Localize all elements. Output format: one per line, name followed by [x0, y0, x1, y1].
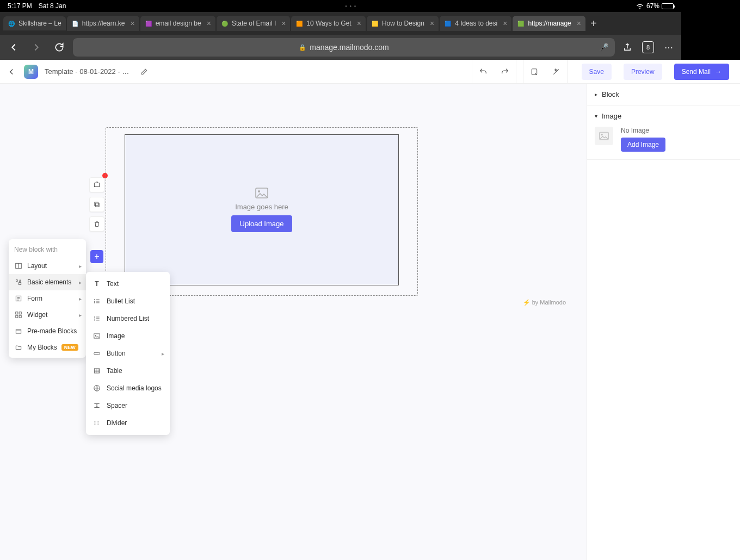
- menu-item-form[interactable]: Form▸: [9, 290, 86, 307]
- submenu-item-button[interactable]: Button▸: [86, 345, 170, 362]
- layout-icon: [14, 262, 23, 270]
- chevron-right-icon: ▸: [79, 263, 82, 269]
- redo-button[interactable]: [494, 60, 516, 84]
- svg-rect-10: [16, 312, 18, 314]
- svg-point-22: [95, 335, 96, 336]
- svg-rect-12: [16, 315, 18, 318]
- footer-credit: ⚡ by Mailmodo: [523, 299, 566, 306]
- reload-button[interactable]: [50, 38, 69, 57]
- svg-rect-0: [532, 69, 536, 74]
- menu-item-widget[interactable]: Widget▸: [9, 307, 86, 323]
- submenu-item-numbered[interactable]: 123Numbered List: [86, 310, 170, 327]
- text-icon: T: [92, 279, 101, 288]
- divider-icon: [92, 419, 101, 427]
- chevron-right-icon: ▸: [79, 312, 82, 318]
- status-left: 5:17 PM Sat 8 Jan: [8, 2, 66, 10]
- add-image-button[interactable]: Add Image: [621, 138, 665, 152]
- move-block-button[interactable]: [89, 177, 104, 192]
- app-back-button[interactable]: [7, 67, 17, 77]
- mic-icon[interactable]: 🎤: [599, 43, 608, 52]
- tools-group: [523, 60, 568, 84]
- svg-rect-3: [95, 202, 98, 206]
- note-button[interactable]: [523, 60, 545, 84]
- tabs-button[interactable]: 8: [640, 39, 656, 55]
- template-name: Template - 08-01-2022 - 0...: [45, 67, 132, 76]
- panel-image-body: No Image Add Image: [587, 127, 681, 159]
- email-canvas[interactable]: Image goes here Upload Image: [106, 127, 418, 296]
- duplicate-block-button[interactable]: [89, 197, 104, 212]
- bullet-list-icon: [92, 297, 101, 306]
- folder-icon: [14, 343, 23, 352]
- battery-icon: [662, 3, 674, 9]
- table-icon: [92, 366, 101, 375]
- menu-item-basic-elements[interactable]: Basic elements▸: [9, 274, 86, 290]
- favicon-icon: 🟦: [444, 20, 452, 27]
- delete-block-button[interactable]: [89, 216, 104, 232]
- widget-icon: [14, 310, 23, 319]
- close-icon[interactable]: ×: [130, 19, 134, 28]
- browser-tab[interactable]: 📄https://learn.ke×: [67, 16, 139, 31]
- menu-button[interactable]: ⋯: [661, 39, 677, 55]
- browser-tab[interactable]: 🟧10 Ways to Get×: [291, 16, 365, 31]
- menu-item-myblocks[interactable]: My BlocksNEW: [9, 339, 86, 356]
- browser-tab[interactable]: 🟦4 Ideas to desi×: [440, 16, 511, 31]
- close-icon[interactable]: ×: [577, 19, 581, 28]
- close-icon[interactable]: ×: [207, 19, 211, 28]
- browser-tab[interactable]: 🟨How to Design×: [367, 16, 439, 31]
- menu-item-layout[interactable]: Layout▸: [9, 258, 86, 274]
- new-block-menu: New block with Layout▸ Basic elements▸ F…: [9, 239, 86, 358]
- status-right: 67%: [636, 2, 674, 10]
- add-block-button[interactable]: +: [90, 250, 103, 263]
- upload-image-button[interactable]: Upload Image: [231, 215, 293, 232]
- app-header: M Template - 08-01-2022 - 0... Save Prev…: [0, 60, 681, 84]
- status-bar: 5:17 PM Sat 8 Jan • • • 67%: [0, 0, 681, 12]
- panel-image-section: ▾ Image No Image Add Image: [587, 105, 681, 160]
- forward-button[interactable]: [27, 38, 46, 57]
- new-tab-button[interactable]: +: [587, 16, 601, 30]
- panel-image-header[interactable]: ▾ Image: [587, 105, 681, 127]
- back-button[interactable]: [4, 38, 23, 57]
- browser-tab-active[interactable]: 🟩https://manage×: [513, 16, 585, 31]
- wifi-icon: [636, 3, 644, 9]
- bolt-icon: ⚡: [523, 299, 531, 306]
- save-button[interactable]: Save: [582, 64, 612, 80]
- close-icon[interactable]: ×: [281, 19, 286, 28]
- svg-rect-23: [94, 352, 100, 354]
- favicon-icon: 🟩: [517, 20, 525, 27]
- submenu-item-divider[interactable]: Divider: [86, 414, 170, 432]
- close-icon[interactable]: ×: [357, 19, 361, 28]
- submenu-item-bullet[interactable]: Bullet List: [86, 293, 170, 310]
- chevron-down-icon: ▾: [595, 113, 597, 119]
- magic-button[interactable]: [545, 60, 567, 84]
- blocks-icon: [14, 327, 23, 335]
- battery-percent: 67%: [646, 2, 659, 10]
- favicon-icon: 🟢: [221, 20, 229, 27]
- close-icon[interactable]: ×: [430, 19, 434, 28]
- submenu-item-social[interactable]: Social media logos: [86, 379, 170, 397]
- send-mail-button[interactable]: Send Mail→: [674, 64, 681, 80]
- panel-block-header[interactable]: ▸ Block: [587, 84, 681, 105]
- close-icon[interactable]: ×: [503, 19, 507, 28]
- submenu-item-text[interactable]: TText: [86, 275, 170, 293]
- svg-rect-8: [19, 283, 21, 285]
- browser-tab[interactable]: 🟢State of Email I×: [217, 16, 291, 31]
- url-field[interactable]: 🔒 manage.mailmodo.com 🎤: [73, 38, 615, 57]
- undo-button[interactable]: [472, 60, 494, 84]
- svg-point-27: [601, 134, 603, 135]
- submenu-item-image[interactable]: Image: [86, 327, 170, 345]
- social-icon: [92, 384, 101, 393]
- menu-item-premade[interactable]: Pre-made Blocks: [9, 323, 86, 339]
- edit-icon[interactable]: [140, 68, 148, 76]
- status-date: Sat 8 Jan: [39, 2, 66, 10]
- svg-rect-24: [94, 369, 99, 373]
- browser-tab[interactable]: 🟪email design be×: [140, 16, 215, 31]
- image-placeholder-block[interactable]: Image goes here Upload Image: [125, 134, 399, 285]
- handle-dots: • • •: [66, 3, 636, 9]
- share-button[interactable]: [619, 39, 636, 55]
- browser-tab[interactable]: 🌐Skillshare – Le: [3, 16, 66, 30]
- canvas-area: + Image goes here Upload Image ⚡ by Mail…: [0, 84, 587, 515]
- main: + Image goes here Upload Image ⚡ by Mail…: [0, 84, 681, 515]
- submenu-item-spacer[interactable]: Spacer: [86, 397, 170, 414]
- submenu-item-table[interactable]: Table: [86, 362, 170, 379]
- preview-button[interactable]: Preview: [624, 64, 662, 80]
